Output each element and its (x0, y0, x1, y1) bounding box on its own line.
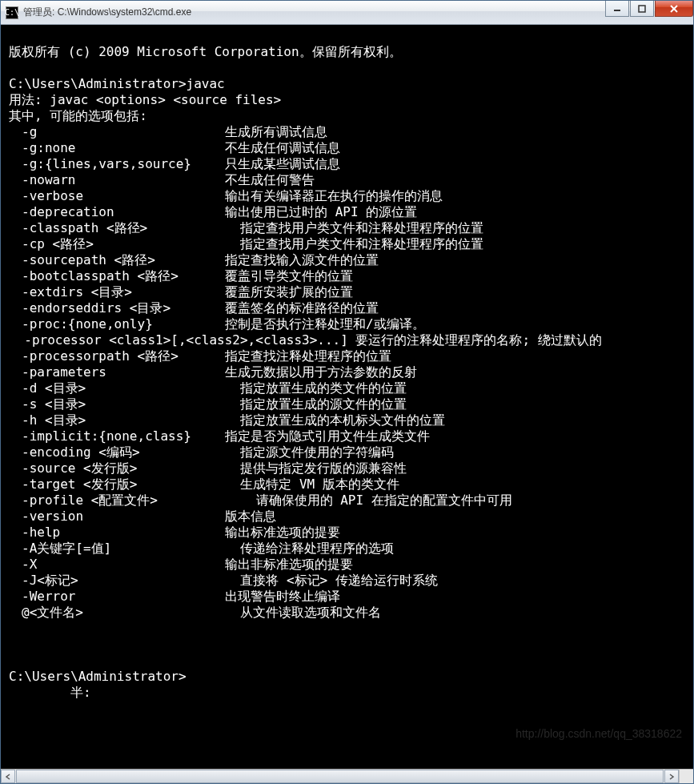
horizontal-scrollbar[interactable] (1, 769, 679, 783)
option-desc: 输出标准选项的提要 (225, 525, 340, 541)
option-flag: -h <目录> (9, 412, 225, 428)
option-flag: @<文件名> (9, 605, 225, 621)
option-row: -proc:{none,only}控制是否执行注释处理和/或编译。 (9, 316, 685, 332)
terminal-output[interactable]: 版权所有 (c) 2009 Microsoft Corporation。保留所有… (1, 25, 693, 769)
option-desc: 覆盖所安装扩展的位置 (225, 284, 353, 300)
option-flag: -g (9, 124, 225, 140)
option-desc: 生成所有调试信息 (225, 124, 327, 140)
option-flag: -help (9, 525, 225, 541)
option-row: -encoding <编码> 指定源文件使用的字符编码 (9, 444, 685, 460)
bottom-scrollbar-strip (1, 769, 693, 783)
cmd-window: C:\ 管理员: C:\Windows\system32\cmd.exe 版权所… (0, 0, 694, 784)
option-flag: -version (9, 509, 225, 525)
option-row: -bootclasspath <路径>覆盖引导类文件的位置 (9, 268, 685, 284)
option-desc: 指定放置生成的源文件的位置 (225, 396, 407, 412)
option-desc: 版本信息 (225, 509, 276, 525)
minimize-icon (613, 5, 621, 13)
option-row: -sourcepath <路径>指定查找输入源文件的位置 (9, 252, 685, 268)
option-desc: 生成特定 VM 版本的类文件 (225, 476, 399, 493)
option-desc: 控制是否执行注释处理和/或编译。 (225, 316, 425, 332)
option-desc: 传递给注释处理程序的选项 (225, 541, 394, 557)
usage-line: 用法: javac <options> <source files> (9, 92, 281, 107)
close-icon (669, 4, 679, 14)
option-flag: -extdirs <目录> (9, 284, 225, 300)
option-flag: -implicit:{none,class} (9, 428, 225, 444)
option-flag: -cp <路径> (9, 236, 225, 252)
option-desc: 指定放置生成的本机标头文件的位置 (225, 412, 445, 428)
option-flag: -deprecation (9, 204, 225, 220)
option-row: -J<标记> 直接将 <标记> 传递给运行时系统 (9, 573, 685, 589)
scroll-thumb[interactable] (16, 770, 664, 783)
option-row: -classpath <路径> 指定查找用户类文件和注释处理程序的位置 (9, 220, 685, 236)
option-row: -cp <路径> 指定查找用户类文件和注释处理程序的位置 (9, 236, 685, 252)
option-desc: 指定是否为隐式引用文件生成类文件 (225, 428, 430, 444)
option-flag: -sourcepath <路径> (9, 252, 225, 268)
option-desc: 从文件读取选项和文件名 (225, 605, 381, 621)
option-flag: -verbose (9, 188, 225, 204)
maximize-icon (638, 5, 646, 13)
option-flag: -Werror (9, 589, 225, 605)
option-row: -help输出标准选项的提要 (9, 525, 685, 541)
chevron-left-icon (5, 774, 11, 780)
option-flag: -nowarn (9, 172, 225, 188)
option-flag: -classpath <路径> (9, 220, 225, 236)
option-desc: 出现警告时终止编译 (225, 589, 340, 605)
option-row: -nowarn不生成任何警告 (9, 172, 685, 188)
option-desc: 不生成任何警告 (225, 172, 315, 188)
chevron-right-icon (668, 774, 675, 780)
option-row: -g:{lines,vars,source}只生成某些调试信息 (9, 156, 685, 172)
option-flag: -processorpath <路径> (9, 348, 225, 364)
option-row: -version版本信息 (9, 509, 685, 525)
cmd-icon: C:\ (6, 6, 18, 19)
svg-rect-1 (639, 6, 645, 12)
option-row: -A关键字[=值] 传递给注释处理程序的选项 (9, 541, 685, 557)
option-desc: 直接将 <标记> 传递给运行时系统 (225, 573, 438, 589)
prompt-line: C:\Users\Administrator> (9, 669, 187, 684)
watermark: http://blog.csdn.net/qq_38318622 (515, 726, 682, 742)
option-flag: -d <目录> (9, 380, 225, 396)
ime-indicator: 半: (9, 685, 91, 700)
option-row: -deprecation输出使用已过时的 API 的源位置 (9, 204, 685, 220)
scroll-right-button[interactable] (664, 770, 679, 783)
scrollbar-corner (679, 769, 693, 783)
option-row: -extdirs <目录>覆盖所安装扩展的位置 (9, 284, 685, 300)
option-flag: -endorseddirs <目录> (9, 300, 225, 316)
titlebar[interactable]: C:\ 管理员: C:\Windows\system32\cmd.exe (1, 1, 693, 25)
scroll-left-button[interactable] (1, 770, 15, 783)
option-desc: 指定源文件使用的字符编码 (225, 444, 394, 460)
option-desc: 覆盖引导类文件的位置 (225, 268, 353, 284)
option-desc: 指定查找用户类文件和注释处理程序的位置 (225, 236, 483, 252)
option-desc: 输出非标准选项的提要 (225, 557, 353, 573)
processor-line: -processor <class1>[,<class2>,<class3>..… (9, 332, 602, 348)
option-row: -s <目录> 指定放置生成的源文件的位置 (9, 396, 685, 412)
option-desc: 只生成某些调试信息 (225, 156, 340, 172)
option-row: -verbose输出有关编译器正在执行的操作的消息 (9, 188, 685, 204)
option-row: -endorseddirs <目录>覆盖签名的标准路径的位置 (9, 300, 685, 316)
option-flag: -profile <配置文件> (9, 493, 225, 509)
option-desc: 输出使用已过时的 API 的源位置 (225, 204, 417, 220)
option-desc: 不生成任何调试信息 (225, 140, 340, 156)
option-flag: -proc:{none,only} (9, 316, 225, 332)
option-row: -Werror出现警告时终止编译 (9, 589, 685, 605)
option-desc: 指定放置生成的类文件的位置 (225, 380, 407, 396)
option-desc: 输出有关编译器正在执行的操作的消息 (225, 188, 443, 204)
option-flag: -encoding <编码> (9, 444, 225, 460)
prompt-line: C:\Users\Administrator>javac (9, 76, 225, 91)
maximize-button[interactable] (630, 1, 654, 17)
option-row: -target <发行版> 生成特定 VM 版本的类文件 (9, 476, 685, 493)
option-row: -d <目录> 指定放置生成的类文件的位置 (9, 380, 685, 396)
option-desc: 指定查找输入源文件的位置 (225, 252, 379, 268)
option-flag: -J<标记> (9, 573, 225, 589)
option-row: -source <发行版> 提供与指定发行版的源兼容性 (9, 460, 685, 476)
option-flag: -g:none (9, 140, 225, 156)
option-flag: -source <发行版> (9, 460, 225, 476)
option-desc: 指定查找注释处理程序的位置 (225, 348, 391, 364)
option-row: -profile <配置文件> 请确保使用的 API 在指定的配置文件中可用 (9, 493, 685, 509)
where-line: 其中, 可能的选项包括: (9, 108, 147, 123)
option-row: -h <目录> 指定放置生成的本机标头文件的位置 (9, 412, 685, 428)
window-title: 管理员: C:\Windows\system32\cmd.exe (23, 6, 604, 19)
close-button[interactable] (655, 1, 693, 17)
minimize-button[interactable] (605, 1, 629, 17)
copyright-line: 版权所有 (c) 2009 Microsoft Corporation。保留所有… (9, 44, 402, 59)
option-row: -g生成所有调试信息 (9, 124, 685, 140)
